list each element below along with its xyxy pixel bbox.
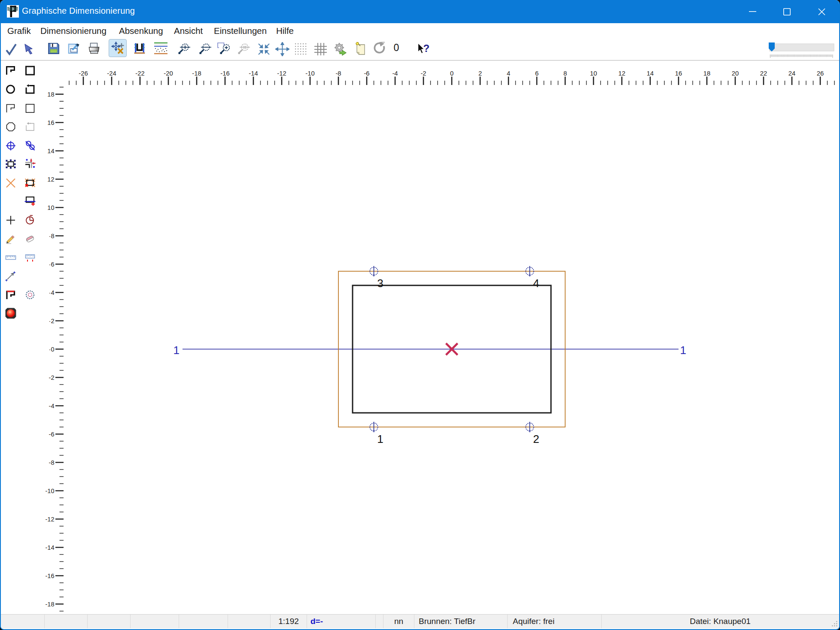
- app-logo-icon: [7, 5, 19, 18]
- top-ruler-label: -24: [107, 70, 116, 77]
- top-ruler-label: -16: [220, 70, 229, 77]
- left-ruler-label: -10: [46, 488, 55, 494]
- window-title: Graphische Dimensionierung: [22, 6, 135, 16]
- tool-record-button-icon[interactable]: [5, 308, 16, 319]
- tool-edit-pencil-icon[interactable]: [5, 233, 16, 244]
- menu-ansicht[interactable]: Ansicht: [174, 23, 203, 39]
- help-cursor-icon[interactable]: ?: [415, 43, 430, 56]
- run-calculation-icon[interactable]: [333, 42, 347, 56]
- left-ruler-label: 16: [47, 119, 54, 126]
- top-ruler-label: -22: [135, 70, 144, 77]
- tool-polygon-restart-disabled-icon: [24, 121, 36, 132]
- top-ruler-label: 2: [478, 70, 482, 77]
- close-button[interactable]: [808, 0, 835, 23]
- pan-icon[interactable]: [275, 42, 289, 56]
- tool-selection-handles-icon[interactable]: [5, 158, 16, 170]
- minimize-button[interactable]: [739, 0, 766, 23]
- tool-polygon-thin-icon[interactable]: [5, 121, 16, 132]
- menu-einstellungen[interactable]: Einstellungen: [214, 23, 267, 39]
- zoom-slider-ticks: [770, 55, 833, 58]
- tool-radius-circle-icon[interactable]: [24, 215, 36, 226]
- tool-gear-target-icon[interactable]: [24, 289, 36, 300]
- top-ruler-label: 0: [450, 70, 453, 77]
- rotate-icon[interactable]: [372, 42, 387, 57]
- menu-absenkung[interactable]: Absenkung: [119, 23, 163, 39]
- top-ruler-label: 8: [563, 70, 567, 77]
- tool-well-add-icon[interactable]: [5, 140, 16, 151]
- export-icon[interactable]: [68, 42, 80, 55]
- statusbar-aquifer: Aquifer: frei: [508, 615, 602, 628]
- left-ruler-label: -4: [49, 403, 55, 409]
- statusbar-brunnen: Brunnen: TiefBr: [414, 615, 508, 628]
- zoom-out-icon[interactable]: [199, 42, 212, 55]
- tool-polyline-red-icon[interactable]: [5, 289, 16, 300]
- top-ruler-label: 4: [507, 70, 510, 77]
- select-cursor-icon[interactable]: [24, 43, 35, 56]
- move-point-icon: [110, 41, 126, 56]
- grid-dots-icon[interactable]: [295, 43, 307, 55]
- tool-rectangle-thin-icon[interactable]: [24, 103, 36, 114]
- apply-check-icon[interactable]: [5, 42, 17, 56]
- tool-rect-delete-icon[interactable]: [24, 177, 36, 188]
- statusbar-panel-9: [376, 615, 383, 628]
- top-ruler-label: -18: [192, 70, 201, 77]
- left-ruler-label: 18: [47, 91, 54, 98]
- statusbar-panel-3: [88, 615, 131, 628]
- save-icon[interactable]: [48, 42, 59, 55]
- top-ruler-label: 10: [590, 70, 597, 77]
- left-ruler-label: 14: [47, 148, 54, 154]
- top-ruler-label: -4: [392, 70, 398, 77]
- tool-circle-thick-icon[interactable]: [5, 84, 16, 95]
- well-label: 1: [377, 433, 383, 445]
- left-ruler-label: -14: [46, 544, 55, 551]
- grid-lines-icon[interactable]: [314, 42, 327, 56]
- top-ruler-label: -8: [335, 70, 341, 77]
- tool-measure-arrow-icon[interactable]: [5, 270, 16, 282]
- resize-grip[interactable]: [832, 621, 838, 627]
- well-gallery-icon[interactable]: [134, 42, 146, 55]
- canvas-workspace[interactable]: -26-24-22-20-18-16-14-12-10-8-6-4-202468…: [1, 61, 840, 614]
- well-label: 3: [377, 277, 383, 290]
- tool-polyline-thick-icon[interactable]: [5, 65, 16, 76]
- top-ruler-label: -2: [420, 70, 426, 77]
- zoom-slider[interactable]: [768, 41, 836, 58]
- top-ruler-label: 16: [675, 70, 682, 77]
- tool-ruler-horizontal-icon[interactable]: [5, 252, 16, 263]
- tool-polyline-thin-icon[interactable]: [5, 103, 16, 114]
- well-label: 4: [533, 277, 539, 290]
- menu-dimensionierung[interactable]: Dimensionierung: [40, 23, 107, 39]
- top-ruler-label: 20: [732, 70, 739, 77]
- top-ruler-label: -26: [79, 70, 88, 77]
- drawing-canvas[interactable]: -26-24-22-20-18-16-14-12-10-8-6-4-202468…: [1, 61, 840, 614]
- left-ruler-label: -8: [49, 459, 55, 466]
- left-ruler-label: -16: [46, 572, 55, 579]
- section-line-label-start: 1: [173, 344, 180, 357]
- top-ruler-label: 24: [788, 70, 795, 77]
- left-ruler-label: -2: [49, 374, 55, 381]
- tool-ruler-marks-icon[interactable]: [24, 252, 36, 263]
- left-ruler-label: -6: [49, 431, 55, 438]
- zoom-window-icon[interactable]: [217, 42, 232, 56]
- left-ruler-label: ·8: [49, 233, 55, 239]
- zoom-disabled-icon: [237, 42, 250, 55]
- tool-well-remove-icon[interactable]: [24, 140, 36, 151]
- top-ruler-label: -10: [305, 70, 314, 77]
- zoom-fit-icon[interactable]: [257, 42, 271, 56]
- menu-grafik[interactable]: Grafik: [7, 23, 31, 39]
- tool-delete-cross-icon[interactable]: [5, 177, 16, 188]
- notes-icon[interactable]: [353, 42, 367, 56]
- zoom-in-icon[interactable]: [178, 42, 191, 55]
- top-ruler-label: -14: [249, 70, 258, 77]
- maximize-button[interactable]: [773, 0, 800, 23]
- menu-hilfe[interactable]: Hilfe: [276, 23, 294, 39]
- titlebar: Graphische Dimensionierung: [0, 0, 840, 23]
- tool-rect-add-section-icon[interactable]: [24, 196, 36, 207]
- left-ruler-label: -12: [46, 516, 55, 523]
- soil-layers-icon[interactable]: [154, 42, 168, 55]
- tool-crosshair-add-icon[interactable]: [5, 215, 16, 226]
- tool-eraser-icon[interactable]: [24, 233, 36, 244]
- tool-corner-snap-icon[interactable]: [24, 158, 36, 170]
- tool-polygon-restart-thick-icon[interactable]: [24, 84, 36, 95]
- print-icon[interactable]: [88, 42, 100, 55]
- tool-rectangle-thick-icon[interactable]: [24, 65, 36, 76]
